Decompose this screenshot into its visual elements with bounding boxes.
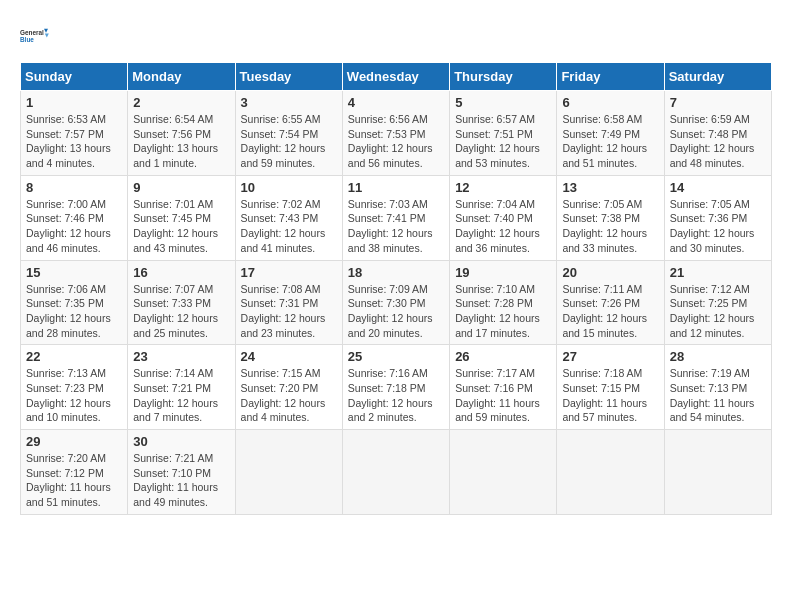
day-number: 16 xyxy=(133,265,229,280)
svg-marker-3 xyxy=(45,34,49,38)
calendar-cell: 13Sunrise: 7:05 AMSunset: 7:38 PMDayligh… xyxy=(557,175,664,260)
day-number: 25 xyxy=(348,349,444,364)
calendar-cell: 30Sunrise: 7:21 AMSunset: 7:10 PMDayligh… xyxy=(128,430,235,515)
day-info: Sunrise: 7:15 AMSunset: 7:20 PMDaylight:… xyxy=(241,366,337,425)
col-header-thursday: Thursday xyxy=(450,63,557,91)
calendar-cell: 28Sunrise: 7:19 AMSunset: 7:13 PMDayligh… xyxy=(664,345,771,430)
calendar-cell: 4Sunrise: 6:56 AMSunset: 7:53 PMDaylight… xyxy=(342,91,449,176)
day-number: 21 xyxy=(670,265,766,280)
day-info: Sunrise: 7:08 AMSunset: 7:31 PMDaylight:… xyxy=(241,282,337,341)
col-header-monday: Monday xyxy=(128,63,235,91)
day-info: Sunrise: 6:55 AMSunset: 7:54 PMDaylight:… xyxy=(241,112,337,171)
day-info: Sunrise: 7:02 AMSunset: 7:43 PMDaylight:… xyxy=(241,197,337,256)
day-info: Sunrise: 7:16 AMSunset: 7:18 PMDaylight:… xyxy=(348,366,444,425)
day-number: 17 xyxy=(241,265,337,280)
day-info: Sunrise: 6:59 AMSunset: 7:48 PMDaylight:… xyxy=(670,112,766,171)
day-number: 26 xyxy=(455,349,551,364)
calendar-cell: 21Sunrise: 7:12 AMSunset: 7:25 PMDayligh… xyxy=(664,260,771,345)
day-number: 22 xyxy=(26,349,122,364)
day-info: Sunrise: 7:09 AMSunset: 7:30 PMDaylight:… xyxy=(348,282,444,341)
day-info: Sunrise: 7:21 AMSunset: 7:10 PMDaylight:… xyxy=(133,451,229,510)
day-number: 23 xyxy=(133,349,229,364)
day-info: Sunrise: 7:03 AMSunset: 7:41 PMDaylight:… xyxy=(348,197,444,256)
calendar-cell: 12Sunrise: 7:04 AMSunset: 7:40 PMDayligh… xyxy=(450,175,557,260)
day-number: 30 xyxy=(133,434,229,449)
day-number: 10 xyxy=(241,180,337,195)
day-number: 12 xyxy=(455,180,551,195)
day-info: Sunrise: 7:18 AMSunset: 7:15 PMDaylight:… xyxy=(562,366,658,425)
calendar-cell: 15Sunrise: 7:06 AMSunset: 7:35 PMDayligh… xyxy=(21,260,128,345)
day-info: Sunrise: 7:20 AMSunset: 7:12 PMDaylight:… xyxy=(26,451,122,510)
day-number: 11 xyxy=(348,180,444,195)
calendar-cell: 11Sunrise: 7:03 AMSunset: 7:41 PMDayligh… xyxy=(342,175,449,260)
day-number: 4 xyxy=(348,95,444,110)
col-header-wednesday: Wednesday xyxy=(342,63,449,91)
day-info: Sunrise: 6:58 AMSunset: 7:49 PMDaylight:… xyxy=(562,112,658,171)
calendar-cell: 6Sunrise: 6:58 AMSunset: 7:49 PMDaylight… xyxy=(557,91,664,176)
day-number: 28 xyxy=(670,349,766,364)
day-info: Sunrise: 6:57 AMSunset: 7:51 PMDaylight:… xyxy=(455,112,551,171)
calendar-cell: 1Sunrise: 6:53 AMSunset: 7:57 PMDaylight… xyxy=(21,91,128,176)
calendar-header-row: SundayMondayTuesdayWednesdayThursdayFrid… xyxy=(21,63,772,91)
day-number: 9 xyxy=(133,180,229,195)
calendar-week-row: 1Sunrise: 6:53 AMSunset: 7:57 PMDaylight… xyxy=(21,91,772,176)
day-info: Sunrise: 7:01 AMSunset: 7:45 PMDaylight:… xyxy=(133,197,229,256)
day-number: 15 xyxy=(26,265,122,280)
calendar-cell xyxy=(664,430,771,515)
day-info: Sunrise: 7:12 AMSunset: 7:25 PMDaylight:… xyxy=(670,282,766,341)
day-number: 18 xyxy=(348,265,444,280)
day-number: 1 xyxy=(26,95,122,110)
day-info: Sunrise: 7:17 AMSunset: 7:16 PMDaylight:… xyxy=(455,366,551,425)
day-number: 2 xyxy=(133,95,229,110)
calendar-cell: 8Sunrise: 7:00 AMSunset: 7:46 PMDaylight… xyxy=(21,175,128,260)
calendar-cell: 24Sunrise: 7:15 AMSunset: 7:20 PMDayligh… xyxy=(235,345,342,430)
day-number: 19 xyxy=(455,265,551,280)
calendar-cell: 14Sunrise: 7:05 AMSunset: 7:36 PMDayligh… xyxy=(664,175,771,260)
day-number: 14 xyxy=(670,180,766,195)
calendar-cell xyxy=(557,430,664,515)
day-info: Sunrise: 7:04 AMSunset: 7:40 PMDaylight:… xyxy=(455,197,551,256)
day-info: Sunrise: 7:07 AMSunset: 7:33 PMDaylight:… xyxy=(133,282,229,341)
calendar-cell: 7Sunrise: 6:59 AMSunset: 7:48 PMDaylight… xyxy=(664,91,771,176)
calendar-cell: 2Sunrise: 6:54 AMSunset: 7:56 PMDaylight… xyxy=(128,91,235,176)
day-number: 27 xyxy=(562,349,658,364)
day-number: 5 xyxy=(455,95,551,110)
day-number: 7 xyxy=(670,95,766,110)
calendar-cell: 20Sunrise: 7:11 AMSunset: 7:26 PMDayligh… xyxy=(557,260,664,345)
day-number: 8 xyxy=(26,180,122,195)
calendar-cell: 16Sunrise: 7:07 AMSunset: 7:33 PMDayligh… xyxy=(128,260,235,345)
day-number: 24 xyxy=(241,349,337,364)
col-header-sunday: Sunday xyxy=(21,63,128,91)
day-info: Sunrise: 7:11 AMSunset: 7:26 PMDaylight:… xyxy=(562,282,658,341)
calendar-cell xyxy=(342,430,449,515)
day-number: 3 xyxy=(241,95,337,110)
logo: GeneralBlue xyxy=(20,20,52,52)
col-header-saturday: Saturday xyxy=(664,63,771,91)
day-info: Sunrise: 7:14 AMSunset: 7:21 PMDaylight:… xyxy=(133,366,229,425)
svg-marker-2 xyxy=(44,29,48,33)
day-number: 13 xyxy=(562,180,658,195)
calendar-cell: 18Sunrise: 7:09 AMSunset: 7:30 PMDayligh… xyxy=(342,260,449,345)
day-info: Sunrise: 7:06 AMSunset: 7:35 PMDaylight:… xyxy=(26,282,122,341)
day-number: 6 xyxy=(562,95,658,110)
calendar-cell: 10Sunrise: 7:02 AMSunset: 7:43 PMDayligh… xyxy=(235,175,342,260)
calendar-week-row: 29Sunrise: 7:20 AMSunset: 7:12 PMDayligh… xyxy=(21,430,772,515)
day-info: Sunrise: 7:05 AMSunset: 7:36 PMDaylight:… xyxy=(670,197,766,256)
day-info: Sunrise: 7:10 AMSunset: 7:28 PMDaylight:… xyxy=(455,282,551,341)
calendar-week-row: 22Sunrise: 7:13 AMSunset: 7:23 PMDayligh… xyxy=(21,345,772,430)
calendar-cell: 27Sunrise: 7:18 AMSunset: 7:15 PMDayligh… xyxy=(557,345,664,430)
calendar-cell: 5Sunrise: 6:57 AMSunset: 7:51 PMDaylight… xyxy=(450,91,557,176)
calendar-week-row: 15Sunrise: 7:06 AMSunset: 7:35 PMDayligh… xyxy=(21,260,772,345)
col-header-tuesday: Tuesday xyxy=(235,63,342,91)
calendar-cell: 17Sunrise: 7:08 AMSunset: 7:31 PMDayligh… xyxy=(235,260,342,345)
day-info: Sunrise: 6:56 AMSunset: 7:53 PMDaylight:… xyxy=(348,112,444,171)
calendar-cell: 3Sunrise: 6:55 AMSunset: 7:54 PMDaylight… xyxy=(235,91,342,176)
day-info: Sunrise: 6:54 AMSunset: 7:56 PMDaylight:… xyxy=(133,112,229,171)
calendar-cell: 23Sunrise: 7:14 AMSunset: 7:21 PMDayligh… xyxy=(128,345,235,430)
calendar-cell: 26Sunrise: 7:17 AMSunset: 7:16 PMDayligh… xyxy=(450,345,557,430)
calendar-cell: 22Sunrise: 7:13 AMSunset: 7:23 PMDayligh… xyxy=(21,345,128,430)
calendar-table: SundayMondayTuesdayWednesdayThursdayFrid… xyxy=(20,62,772,515)
svg-text:General: General xyxy=(20,29,44,36)
calendar-cell xyxy=(450,430,557,515)
calendar-cell: 19Sunrise: 7:10 AMSunset: 7:28 PMDayligh… xyxy=(450,260,557,345)
